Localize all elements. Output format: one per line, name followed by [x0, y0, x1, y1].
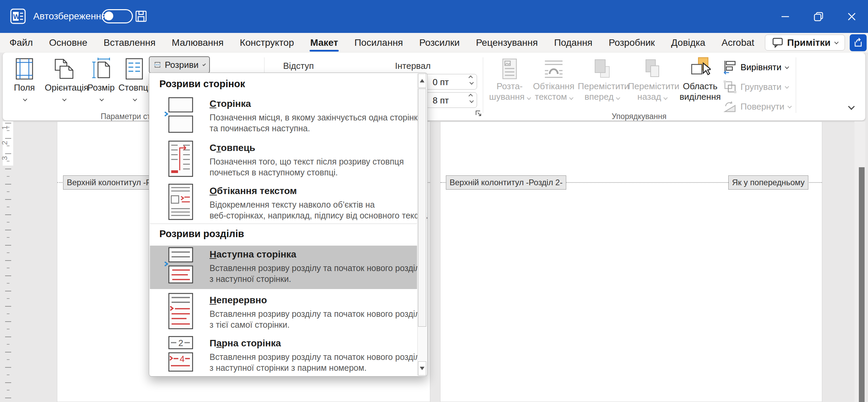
menu-item-next-page[interactable]: Наступна сторінка Вставлення розриву роз…	[150, 246, 417, 289]
ruler-number: 3	[0, 151, 9, 166]
comments-icon	[772, 38, 783, 48]
menu-item-column[interactable]: Стовпець Позначення того, що текст після…	[150, 139, 417, 182]
chevron-down-icon	[23, 97, 27, 101]
tab-acrobat[interactable]: Acrobat	[721, 37, 755, 48]
svg-text:4: 4	[180, 354, 184, 364]
menu-scroll-down-button[interactable]	[418, 361, 426, 376]
ribbon-tab-row: Файл Основне Вставлення Малювання Констр…	[0, 33, 868, 53]
menu-section-section-breaks: Розриви розділів	[159, 228, 244, 240]
chevron-down-icon	[616, 96, 620, 100]
continuous-item-icon	[164, 293, 194, 330]
menu-scroll-up-button[interactable]	[418, 74, 426, 88]
comments-button[interactable]: Примітки	[765, 35, 845, 51]
autosave-toggle[interactable]	[102, 9, 133, 23]
tab-draw[interactable]: Малювання	[171, 37, 224, 48]
page-break-icon	[154, 59, 161, 71]
toggle-knob	[104, 12, 113, 20]
menu-section-page-breaks: Розриви сторінок	[159, 78, 245, 90]
word-logo-icon: W	[10, 8, 26, 24]
collapse-ribbon-chevron-icon[interactable]	[848, 103, 855, 110]
bring-forward-icon	[592, 58, 611, 79]
triangle-up-icon	[420, 79, 425, 82]
text-wrapping-item-icon	[164, 184, 194, 221]
send-backward-icon	[643, 58, 662, 79]
share-icon	[853, 37, 864, 48]
ribbon: Поля Орієнтація	[3, 53, 865, 120]
align-icon	[723, 60, 737, 74]
columns-icon	[125, 58, 144, 80]
header-tag-section2: Верхній колонтитул -Розділ 2-	[446, 175, 566, 190]
ruler-number: 2	[0, 135, 9, 150]
orientation-button[interactable]: Орієнтація	[45, 57, 83, 102]
group-button: Групувати	[723, 78, 788, 95]
restore-icon	[813, 12, 824, 22]
chevron-down-icon	[788, 104, 792, 108]
arrange-group-label: Упорядкування	[612, 112, 667, 121]
document-page-2[interactable]: Верхній колонтитул -Розділ 2- Як у попер…	[440, 121, 822, 402]
tab-help[interactable]: Довідка	[670, 37, 706, 48]
dialog-launcher-icon[interactable]	[475, 110, 482, 117]
next-page-item-icon	[164, 247, 194, 285]
restore-button[interactable]	[808, 0, 829, 33]
title-bar: W Автозбереження	[0, 0, 868, 33]
menu-item-text-wrapping[interactable]: Обтікання текстом Відокремлення тексту н…	[150, 182, 417, 224]
rotate-button: Повернути	[723, 98, 791, 115]
menu-item-even-page[interactable]: 2 4 Парна сторінка Вставлення розриву ро…	[150, 334, 417, 375]
svg-text:2: 2	[178, 338, 183, 348]
share-button[interactable]	[850, 34, 867, 51]
autosave-label: Автозбереження	[33, 11, 106, 22]
chevron-down-icon	[664, 96, 668, 100]
svg-text:W: W	[13, 13, 20, 20]
menu-divider	[150, 224, 417, 224]
tab-review[interactable]: Рецензування	[475, 37, 539, 48]
ruler-number: 1	[0, 120, 9, 135]
chevron-down-icon	[785, 64, 789, 69]
indent-label: Відступ	[283, 61, 314, 71]
size-icon	[91, 57, 112, 80]
comments-label: Примітки	[787, 37, 831, 48]
even-page-item-icon: 2 4	[164, 336, 194, 374]
wrap-text-button: Обтікання текстом	[530, 57, 578, 102]
breaks-dropdown-menu: Розриви сторінок Сторінка Позначення міс…	[149, 73, 428, 377]
menu-item-continuous[interactable]: Неперервно Вставлення розриву розділу та…	[150, 291, 417, 334]
tab-home[interactable]: Основне	[48, 37, 88, 48]
breaks-label: Розриви	[165, 60, 199, 70]
menu-scrollbar[interactable]	[417, 74, 427, 376]
chevron-down-icon	[99, 97, 104, 101]
chevron-down-icon	[785, 84, 789, 89]
tab-view[interactable]: Подання	[553, 37, 593, 48]
vertical-ruler: 1 2 3	[3, 121, 13, 402]
tab-design[interactable]: Конструктор	[239, 37, 295, 48]
breaks-button[interactable]: Розриви	[149, 56, 210, 73]
group-icon	[723, 80, 737, 94]
minimize-icon	[780, 12, 790, 22]
tab-mailings[interactable]: Розсилки	[419, 37, 460, 48]
chevron-down-icon	[62, 97, 66, 101]
menu-scrollbar-thumb[interactable]	[418, 89, 426, 327]
tab-insert[interactable]: Вставлення	[103, 37, 156, 48]
save-icon[interactable]	[135, 10, 147, 22]
minimize-button[interactable]	[774, 0, 796, 33]
group-divider	[796, 57, 796, 113]
tab-layout[interactable]: Макет	[310, 37, 339, 48]
page-break-item-icon	[164, 96, 194, 134]
close-button[interactable]	[841, 0, 863, 33]
menu-item-page[interactable]: Сторінка Позначення місця, в якому закін…	[150, 95, 417, 139]
bring-forward-button: Перемістити вперед	[578, 57, 626, 102]
align-button[interactable]: Вирівняти	[723, 59, 788, 76]
size-button[interactable]: Розмір	[82, 57, 120, 102]
word-window: W Автозбереження	[0, 0, 868, 402]
position-button: Розта- шування	[486, 57, 534, 102]
triangle-down-icon	[420, 367, 425, 370]
tab-developer[interactable]: Розробник	[608, 37, 655, 48]
spacing-label: Інтервал	[395, 61, 431, 71]
document-scrollbar-thumb[interactable]	[859, 167, 865, 402]
tab-references[interactable]: Посилання	[354, 37, 403, 48]
spacing-before-stepper[interactable]	[470, 76, 473, 84]
columns-button[interactable]: Стовпці	[115, 57, 153, 102]
margins-button[interactable]: Поля	[5, 57, 43, 102]
spacing-after-stepper[interactable]	[470, 94, 473, 103]
selection-pane-button[interactable]: Область виділення	[676, 57, 724, 102]
tab-file[interactable]: Файл	[9, 37, 34, 48]
send-backward-button: Перемістити назад	[628, 57, 676, 102]
